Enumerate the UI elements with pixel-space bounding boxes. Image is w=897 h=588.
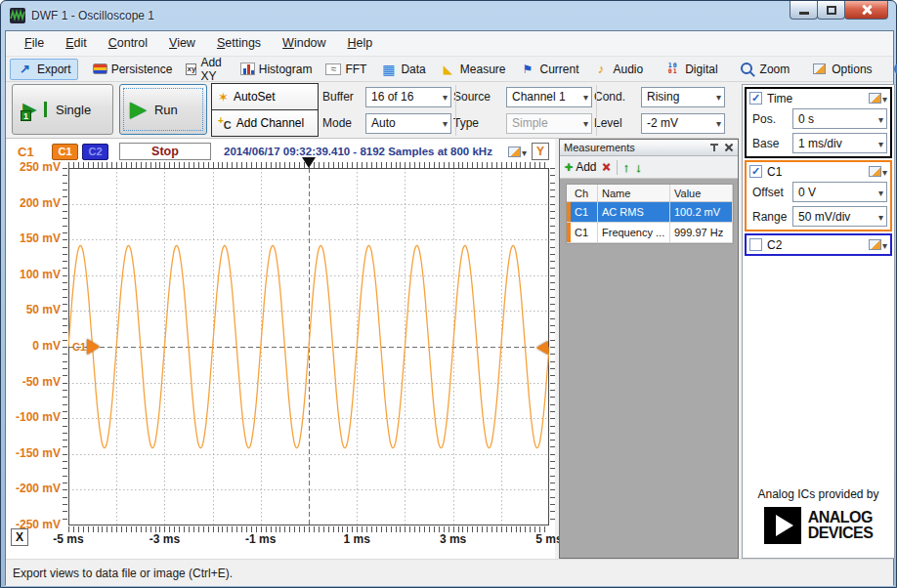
trigger-position-marker[interactable] [302,157,316,168]
measure-button[interactable]: ◣Measure [433,59,513,80]
time-base-select[interactable]: 1 ms/div [792,133,887,153]
channel1-range-label: Range [749,210,792,224]
histogram-button[interactable]: Histogram [234,59,320,80]
audio-button[interactable]: ♪Audio [586,59,651,80]
persistence-icon [93,63,107,74]
properties-icon [869,166,881,177]
y-axis-tick-label: -150 mV [6,446,61,460]
time-enable-checkbox[interactable] [749,92,762,105]
persistence-button[interactable]: Persistence [86,59,180,80]
x-axis-tick-label: -1 ms [239,532,282,546]
channel1-group: C1 Offset 0 V Range 50 mV/div [745,160,892,231]
toolbar-label: Histogram [259,63,313,76]
acquisition-bar: ▶1 Single ▶ Run ✶ AutoSet +C Add Channel… [6,82,739,139]
zoom-icon [740,62,756,76]
measurements-title-bar: Measurements [560,140,738,156]
menu-settings[interactable]: Settings [206,31,272,56]
measurement-cell: C1 [571,223,598,242]
move-up-button[interactable]: ↑ [623,160,630,175]
branding: Analog ICs provided by ANALOG DEVICES [743,487,894,544]
toolbar-label: Add XY [200,56,226,83]
add-xy-button[interactable]: xyAdd XY [179,59,233,80]
menu-control[interactable]: Control [98,31,158,56]
channel-tab-c2[interactable]: C2 [82,144,108,160]
maximize-button[interactable] [817,1,845,20]
y-axis-tick-label: 150 mV [6,231,61,245]
x-axis-tick-label: 1 ms [335,532,378,546]
menu-window[interactable]: Window [272,31,336,56]
channel1-properties-button[interactable] [869,165,887,179]
fft-button[interactable]: ≈FFT [319,59,373,80]
help-icon: ? [894,63,897,75]
data-button[interactable]: ▦Data [373,59,432,80]
channel2-properties-button[interactable] [869,238,887,252]
channel1-range-select[interactable]: 50 mV/div [792,206,887,227]
data-icon: ▦ [380,62,397,76]
status-bar-text: Export views to data file or image (Ctrl… [13,567,233,580]
single-button[interactable]: ▶1 Single [12,84,113,135]
time-properties-button[interactable] [869,92,887,105]
type-select[interactable]: Simple [506,113,592,134]
measurements-title: Measurements [564,142,635,153]
run-label: Run [154,103,178,117]
menu-help[interactable]: Help [337,31,384,56]
stop-button[interactable]: Stop [119,143,211,160]
channel1-group-label: C1 [767,165,782,179]
scope-plot-pane: C1 C1C2 Stop 2014/06/17 09:32:39.410 - 8… [6,139,555,559]
channel-offset-marker[interactable]: C1 [72,338,100,356]
window-title: DWF 1 - Oscilloscope 1 [31,9,154,22]
bottom-tick-ruler [68,526,549,532]
delete-measurement-button[interactable]: × [603,159,611,175]
toolbar-label: Data [401,63,425,76]
add-channel-button[interactable]: +C Add Channel [212,109,318,136]
measurement-row[interactable]: C1AC RMS100.2 mV [567,202,733,223]
menu-edit[interactable]: Edit [55,31,98,56]
add-channel-label: Add Channel [236,116,304,130]
export-button[interactable]: ↗Export [10,59,78,80]
add-measurement-button[interactable]: + Add [565,159,597,175]
level-select[interactable]: -2 mV [641,113,725,134]
measurement-row[interactable]: C1Frequency ...999.97 Hz [567,223,733,243]
minimize-button[interactable] [790,1,818,20]
digital-button[interactable]: 1001Digital [658,59,724,80]
options-button[interactable]: Options [804,59,878,80]
autoset-group: ✶ AutoSet +C Add Channel [211,83,319,137]
menu-view[interactable]: View [158,31,206,56]
toolbar-label: Persistence [111,63,173,76]
branding-caption: Analog ICs provided by [743,487,894,501]
zoom-button[interactable]: Zoom [733,59,797,80]
trigger-level-marker[interactable] [536,341,548,355]
channel1-offset-select[interactable]: 0 V [792,182,887,202]
y-axis-button[interactable]: Y [532,143,549,160]
dropdown-caret-icon [878,210,883,224]
help-button[interactable]: ?Help [887,59,897,80]
close-button[interactable] [844,1,888,20]
left-tick-ruler [63,168,67,525]
export-icon: ↗ [17,62,33,76]
time-position-select[interactable]: 0 s [792,108,887,129]
y-axis-tick-label: 250 mV [6,160,61,174]
measurements-table: ChNameValue C1AC RMS100.2 mVC1Frequency … [566,184,734,244]
pin-icon[interactable] [709,143,719,152]
time-group: Time Pos. 0 s Base 1 ms/div [745,87,892,158]
channel2-enable-checkbox[interactable] [749,238,762,251]
run-button[interactable]: ▶ Run [119,84,207,135]
condition-select[interactable]: Rising [641,87,725,107]
autoset-button[interactable]: ✶ AutoSet [212,84,318,109]
mode-select[interactable]: Auto [365,113,451,134]
toolbar-label: FFT [345,63,366,76]
plot-options-button[interactable] [508,143,527,160]
measurement-cell: Frequency ... [598,223,670,242]
source-select[interactable]: Channel 1 [506,87,592,107]
channel-tab-c1[interactable]: C1 [52,144,78,160]
channel1-enable-checkbox[interactable] [749,165,762,178]
dropdown-caret-icon [882,165,887,179]
panel-close-icon[interactable] [724,143,734,152]
buffer-select[interactable]: 16 of 16 [365,87,451,107]
measurement-cell: 999.97 Hz [670,223,733,242]
menu-file[interactable]: File [14,31,55,56]
dropdown-caret-icon [882,238,887,252]
toolbar-label: Digital [685,63,717,76]
move-down-button[interactable]: ↓ [635,160,642,175]
current-button[interactable]: ⚑Current [512,59,585,80]
